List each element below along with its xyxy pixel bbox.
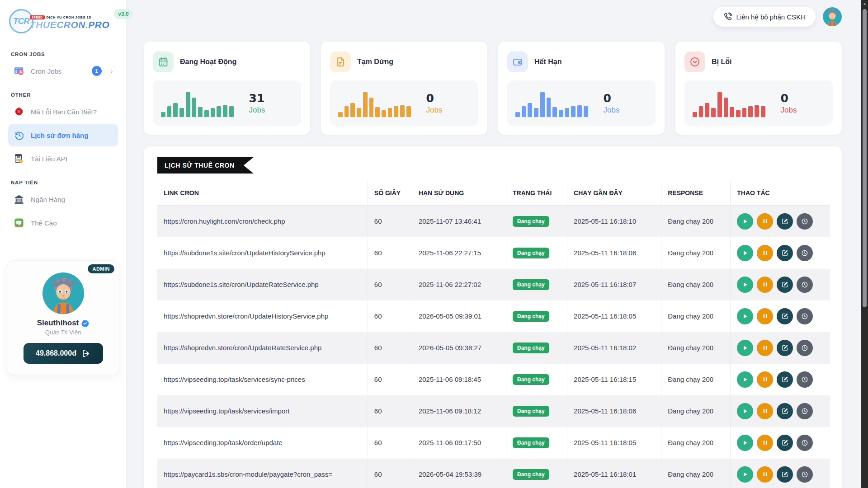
sidebar-item-bank[interactable]: Ngân Hàng [8, 188, 118, 211]
spark-bar [584, 106, 588, 117]
edit-button[interactable] [777, 466, 793, 483]
col-status: TRẠNG THÁI [506, 181, 567, 206]
sidebar-item-cron-jobs[interactable]: Cron Jobs 1 › [8, 60, 118, 82]
history-button[interactable] [797, 213, 813, 230]
spark-bar [717, 92, 722, 117]
cron-history-table: LINK CRON SỐ GIÂY HẠN SỬ DỤNG TRẠNG THÁI… [157, 181, 830, 488]
sidebar-item-card[interactable]: Thẻ Cào [8, 211, 118, 234]
spark-bar [375, 107, 380, 117]
history-button[interactable] [797, 371, 813, 388]
edit-button[interactable] [777, 435, 793, 451]
col-last-run: CHẠY GẦN ĐÂY [567, 181, 661, 206]
history-button[interactable] [797, 308, 813, 324]
scrollbar[interactable]: ▲ [861, 0, 868, 488]
pause-button[interactable] [757, 277, 773, 293]
edit-button[interactable] [777, 340, 793, 356]
table-row: https://paycard1s.sbs/cron-module/paygat… [157, 459, 830, 488]
cell-status: Đang chạy [506, 237, 567, 269]
sidebar-item-api-docs[interactable]: API Tài Liệu API [8, 147, 118, 170]
stat-card-error: Bị Lỗi 0 Jobs [675, 42, 842, 135]
stat-title: Hết Hạn [534, 58, 561, 66]
history-button[interactable] [797, 245, 813, 261]
col-actions: THAO TÁC [731, 181, 830, 206]
phone-icon [723, 12, 732, 21]
spark-bar [730, 107, 734, 117]
pause-button[interactable] [757, 403, 773, 419]
edit-button[interactable] [777, 371, 793, 388]
status-badge: Đang chạy [513, 279, 549, 290]
cell-link: https://subdone1s.site/cron/UpdateHistor… [157, 237, 368, 269]
pause-button[interactable] [757, 371, 773, 388]
cell-expiry: 2026-05-04 19:53:39 [412, 459, 506, 488]
cell-link: https://shopredvn.store/cron/UpdateHisto… [157, 300, 368, 332]
stat-panel: 31 Jobs [153, 80, 301, 126]
pause-button[interactable] [757, 435, 773, 451]
table-row: https://shopredvn.store/cron/UpdateRateS… [157, 332, 830, 364]
pause-button[interactable] [757, 340, 773, 356]
cell-response: Đang chạy 200 [661, 427, 731, 459]
user-name: Sieuthihost [37, 319, 79, 328]
pause-button[interactable] [757, 213, 773, 230]
history-button[interactable] [797, 340, 813, 356]
scrollbar-up-arrow[interactable]: ▲ [861, 1, 868, 6]
user-avatar [42, 272, 84, 314]
spark-bar [522, 106, 526, 117]
pause-button[interactable] [757, 245, 773, 261]
spark-bar [167, 106, 172, 117]
history-clock-icon [14, 130, 24, 141]
col-expiry: HẠN SỬ DỤNG [412, 181, 506, 206]
cell-actions [731, 459, 830, 488]
history-button[interactable] [797, 277, 813, 293]
cell-link: https://vipseeding.top/task/order/update [157, 427, 368, 459]
contact-support-button[interactable]: Liên hệ bộ phận CSKH [713, 7, 816, 27]
cell-last-run: 2025-05-11 16:18:15 [567, 364, 661, 395]
status-badge: Đang chạy [513, 248, 549, 258]
history-button[interactable] [797, 466, 813, 483]
edit-button[interactable] [777, 245, 793, 261]
scrollbar-thumb[interactable] [863, 9, 867, 307]
pause-button[interactable] [757, 466, 773, 483]
run-button[interactable] [737, 245, 753, 261]
edit-button[interactable] [777, 308, 793, 324]
spark-bar [515, 112, 520, 117]
edit-button[interactable] [777, 403, 793, 419]
edit-button[interactable] [777, 277, 793, 293]
stat-unit: Jobs [781, 106, 797, 115]
calendar-icon [153, 52, 174, 72]
run-button[interactable] [737, 466, 753, 483]
run-button[interactable] [737, 308, 753, 324]
history-button[interactable] [797, 435, 813, 451]
spark-bar [357, 108, 361, 117]
sidebar-item-label: Cron Jobs [31, 67, 61, 75]
stat-unit: Jobs [426, 106, 443, 115]
svg-text:API: API [17, 156, 21, 159]
cell-response: Đang chạy 200 [661, 269, 731, 300]
run-button[interactable] [737, 340, 753, 356]
logo[interactable]: TCR SPEED DỊCH VỤ CRON-JOBS 1S THUECRON.… [8, 6, 118, 42]
run-button[interactable] [737, 277, 753, 293]
run-button[interactable] [737, 403, 753, 419]
cell-seconds: 60 [368, 427, 412, 459]
cell-link: https://subdone1s.site/cron/UpdateRateSe… [157, 269, 368, 300]
run-button[interactable] [737, 435, 753, 451]
history-button[interactable] [797, 403, 813, 419]
stat-panel: 0 Jobs [684, 80, 833, 126]
cell-seconds: 60 [368, 237, 412, 269]
cell-seconds: 60 [368, 459, 412, 488]
section-cron-jobs: CRON JOBS [11, 52, 115, 57]
pause-button[interactable] [757, 308, 773, 324]
cell-seconds: 60 [368, 206, 412, 237]
balance-amount: 49.868.000đ [36, 349, 76, 357]
sidebar-item-order-history[interactable]: Lịch sử đơn hàng [8, 124, 118, 146]
topbar-avatar[interactable] [823, 7, 842, 26]
sidebar-item-error-codes[interactable]: Mã Lỗi Bạn Cần Biết? [8, 100, 118, 123]
balance-logout-button[interactable]: 49.868.000đ [24, 343, 103, 364]
user-role: Quản Trị Viên [14, 329, 112, 336]
stat-card-paused: Tạm Dừng 0 Jobs [321, 42, 487, 135]
cell-expiry: 2025-11-06 09:18:12 [412, 395, 506, 427]
run-button[interactable] [737, 371, 753, 388]
cell-last-run: 2025-05-11 16:18:05 [567, 427, 661, 459]
edit-button[interactable] [777, 213, 793, 230]
run-button[interactable] [737, 213, 753, 230]
scratch-card-icon [14, 217, 24, 228]
